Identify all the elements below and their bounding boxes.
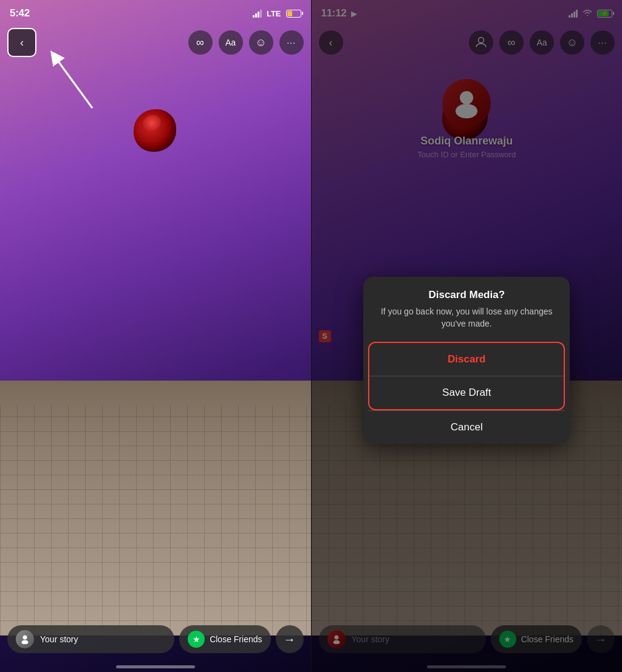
keyboard-keys-left bbox=[0, 405, 311, 636]
signal-icon-left bbox=[253, 10, 262, 18]
dialog-overlay: Discard Media? If you go back now, you w… bbox=[312, 0, 623, 672]
cancel-button[interactable]: Cancel bbox=[363, 411, 570, 444]
back-button-left[interactable]: ‹ bbox=[7, 28, 36, 57]
battery-fill-left bbox=[287, 11, 292, 16]
arrow-annotation bbox=[44, 41, 98, 114]
left-phone-panel: 5:42 LTE ‹ ∞ Aa ☺ bbox=[0, 0, 311, 672]
bottom-bar-left: Your story ★ Close Friends → bbox=[0, 623, 311, 655]
sticker-button-left[interactable]: ☺ bbox=[249, 30, 273, 55]
battery-icon-left bbox=[286, 10, 301, 18]
send-button-left[interactable]: → bbox=[276, 625, 304, 653]
dialog-message: If you go back now, you will lose any ch… bbox=[363, 306, 570, 342]
status-bar-left: 5:42 LTE bbox=[0, 0, 311, 27]
infinity-button-left[interactable]: ∞ bbox=[188, 30, 213, 55]
close-friends-label-left: Close Friends bbox=[210, 634, 262, 644]
dialog-title: Discard Media? bbox=[363, 277, 570, 306]
green-star-left: ★ bbox=[188, 631, 205, 648]
close-friends-pill-left[interactable]: ★ Close Friends bbox=[179, 625, 270, 653]
rose-sticker-left bbox=[134, 109, 176, 152]
status-time-left: 5:42 bbox=[10, 7, 30, 19]
avatar-left bbox=[16, 630, 34, 648]
sticker-icon-left: ☺ bbox=[255, 36, 266, 49]
svg-point-2 bbox=[23, 636, 27, 640]
lte-label-left: LTE bbox=[267, 9, 281, 18]
your-story-label-left: Your story bbox=[40, 634, 78, 644]
toolbar-right-left: ∞ Aa ☺ ··· bbox=[188, 30, 304, 55]
infinity-icon-left: ∞ bbox=[196, 36, 204, 49]
discard-button[interactable]: Discard bbox=[369, 343, 564, 376]
more-button-left[interactable]: ··· bbox=[279, 30, 304, 55]
more-icon-left: ··· bbox=[287, 38, 296, 47]
svg-point-3 bbox=[22, 640, 29, 645]
text-button-left[interactable]: Aa bbox=[219, 30, 243, 55]
text-icon-left: Aa bbox=[225, 38, 236, 47]
your-story-pill-left[interactable]: Your story bbox=[7, 625, 174, 653]
chevron-left-icon: ‹ bbox=[20, 36, 24, 49]
dialog-box: Discard Media? If you go back now, you w… bbox=[363, 277, 570, 444]
save-draft-button[interactable]: Save Draft bbox=[369, 376, 564, 409]
home-indicator-left bbox=[116, 665, 195, 668]
send-arrow-left: → bbox=[284, 633, 296, 647]
dialog-action-group: Discard Save Draft bbox=[368, 342, 565, 410]
svg-line-1 bbox=[55, 56, 92, 108]
right-phone-panel: Sodiq Olanrewaju Touch ID or Enter Passw… bbox=[312, 0, 623, 672]
status-icons-left: LTE bbox=[253, 9, 301, 18]
